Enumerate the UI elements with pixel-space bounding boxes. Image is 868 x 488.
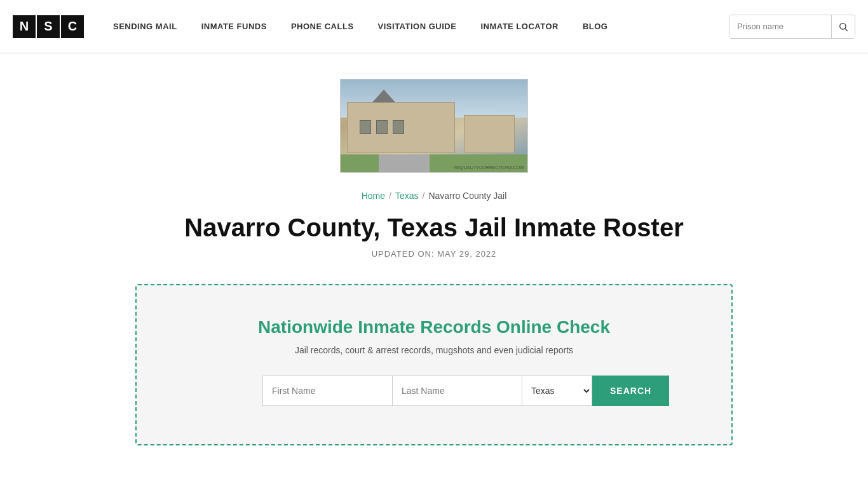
svg-point-0	[840, 23, 846, 29]
breadcrumb-sep-2: /	[423, 191, 425, 201]
nav-search-input[interactable]	[729, 15, 831, 38]
breadcrumb-sep-1: /	[389, 191, 391, 201]
nav-inmate-locator[interactable]: INMATE LOCATOR	[471, 17, 567, 36]
image-watermark: NSQUALITYCORRECTIONS.COM	[454, 165, 524, 170]
nav-phone-calls[interactable]: PHONE CALLS	[282, 17, 363, 36]
main-content: NSQUALITYCORRECTIONS.COM Home / Texas / …	[0, 53, 868, 484]
state-select[interactable]: AlabamaAlaskaArizonaArkansasCaliforniaCo…	[522, 376, 592, 406]
first-name-input[interactable]	[262, 376, 392, 406]
panel-title: Nationwide Inmate Records Online Check	[258, 317, 610, 337]
page-title: Navarro County, Texas Jail Inmate Roster	[184, 212, 683, 243]
header: N S C SENDING MAIL INMATE FUNDS PHONE CA…	[0, 0, 868, 53]
svg-line-1	[845, 29, 848, 31]
nav-inmate-funds[interactable]: INMATE FUNDS	[193, 17, 276, 36]
nav-blog[interactable]: BLOG	[574, 17, 617, 36]
inmate-search-form: AlabamaAlaskaArizonaArkansasCaliforniaCo…	[262, 376, 606, 406]
facility-image: NSQUALITYCORRECTIONS.COM	[340, 79, 528, 173]
breadcrumb-home[interactable]: Home	[362, 191, 385, 201]
breadcrumb: Home / Texas / Navarro County Jail	[362, 191, 507, 201]
logo-letter-s: S	[37, 15, 60, 38]
panel-subtitle: Jail records, court & arrest records, mu…	[295, 345, 573, 355]
search-button[interactable]: SEARCH	[592, 376, 669, 406]
breadcrumb-current-page: Navarro County Jail	[428, 191, 506, 201]
main-nav: SENDING MAIL INMATE FUNDS PHONE CALLS VI…	[104, 17, 729, 36]
logo[interactable]: N S C	[13, 15, 85, 38]
search-icon	[838, 22, 848, 32]
search-panel: Nationwide Inmate Records Online Check J…	[135, 284, 733, 445]
updated-date: UPDATED ON: MAY 29, 2022	[372, 249, 497, 259]
nav-search-button[interactable]	[831, 15, 855, 38]
logo-letter-c: C	[61, 15, 84, 38]
nav-search-box	[729, 15, 855, 39]
breadcrumb-state[interactable]: Texas	[395, 191, 419, 201]
nav-visitation-guide[interactable]: VISITATION GUIDE	[369, 17, 466, 36]
nav-sending-mail[interactable]: SENDING MAIL	[104, 17, 186, 36]
last-name-input[interactable]	[392, 376, 522, 406]
logo-letter-n: N	[13, 15, 36, 38]
